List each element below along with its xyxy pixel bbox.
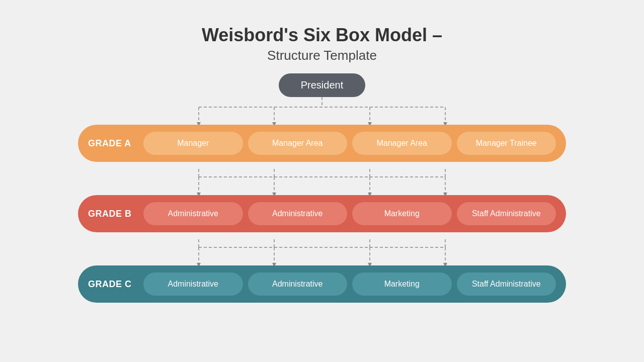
- pill-c-0: Administrative: [143, 273, 243, 296]
- pill-a-1: Manager Area: [248, 132, 348, 155]
- sub-title: Structure Template: [202, 48, 442, 63]
- grade-a-label: GRADE A: [88, 138, 143, 149]
- rows-wrapper: GRADE A Manager Manager Area Manager Are…: [78, 125, 566, 310]
- grade-a-pills: Manager Manager Area Manager Area Manage…: [143, 132, 556, 155]
- pill-c-2: Marketing: [352, 273, 452, 296]
- grade-b-label: GRADE B: [88, 209, 143, 219]
- connector-b-to-c: [78, 239, 566, 265]
- grade-a-row: GRADE A Manager Manager Area Manager Are…: [78, 125, 566, 162]
- president-box: President: [279, 73, 366, 97]
- title-section: Weisbord's Six Box Model – Structure Tem…: [202, 24, 442, 63]
- grade-c-row: GRADE C Administrative Administrative Ma…: [78, 265, 566, 303]
- pill-b-2: Marketing: [352, 202, 452, 225]
- grade-c-label: GRADE C: [88, 279, 143, 290]
- pill-a-3: Manager Trainee: [457, 132, 556, 155]
- pill-c-3: Staff Administrative: [457, 273, 556, 296]
- pill-b-3: Staff Administrative: [457, 202, 556, 225]
- connector-president-to-a: [78, 97, 566, 125]
- pill-a-2: Manager Area: [352, 132, 452, 155]
- grade-c-pills: Administrative Administrative Marketing …: [143, 273, 556, 296]
- pill-b-1: Administrative: [248, 202, 348, 225]
- grade-b-row: GRADE B Administrative Administrative Ma…: [78, 195, 566, 232]
- pill-a-0: Manager: [143, 132, 243, 155]
- connector-a-to-b: [78, 169, 566, 195]
- pill-b-0: Administrative: [143, 202, 243, 225]
- grade-b-pills: Administrative Administrative Marketing …: [143, 202, 556, 225]
- pill-c-1: Administrative: [248, 273, 348, 296]
- main-title: Weisbord's Six Box Model –: [202, 24, 442, 46]
- chart-area: President GRADE A Manager Manager Area: [70, 73, 574, 310]
